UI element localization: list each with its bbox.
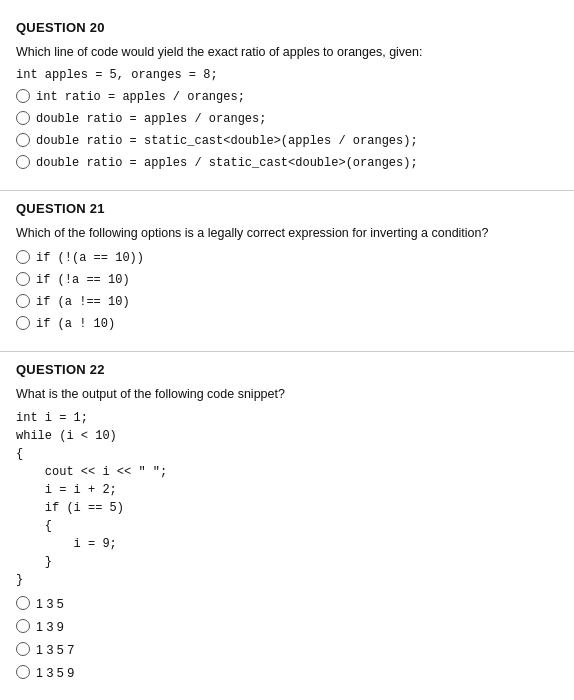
question-22-code: int i = 1; while (i < 10) { cout << i <<… — [16, 409, 558, 589]
question-20-options: int ratio = apples / oranges; double rat… — [16, 88, 558, 172]
question-22-title: QUESTION 22 — [16, 362, 558, 377]
radio-20-3[interactable] — [16, 133, 30, 147]
page: QUESTION 20 Which line of code would yie… — [0, 0, 574, 700]
question-21-text: Which of the following options is a lega… — [16, 224, 558, 243]
question-20-block: QUESTION 20 Which line of code would yie… — [0, 10, 574, 191]
option-21-3[interactable]: if (a !== 10) — [16, 293, 558, 311]
option-22-3-text: 1 3 5 7 — [36, 641, 74, 660]
question-21-options: if (!(a == 10)) if (!a == 10) if (a !== … — [16, 249, 558, 333]
radio-22-4[interactable] — [16, 665, 30, 679]
option-22-2[interactable]: 1 3 9 — [16, 618, 558, 637]
radio-22-2[interactable] — [16, 619, 30, 633]
option-20-4-text: double ratio = apples / static_cast<doub… — [36, 154, 418, 172]
radio-21-2[interactable] — [16, 272, 30, 286]
question-22-block: QUESTION 22 What is the output of the fo… — [0, 352, 574, 701]
option-22-4[interactable]: 1 3 5 9 — [16, 664, 558, 683]
option-22-3[interactable]: 1 3 5 7 — [16, 641, 558, 660]
question-22-text: What is the output of the following code… — [16, 385, 558, 404]
question-22-options: 1 3 5 1 3 9 1 3 5 7 1 3 5 9 — [16, 595, 558, 682]
option-22-1[interactable]: 1 3 5 — [16, 595, 558, 614]
option-20-2-text: double ratio = apples / oranges; — [36, 110, 266, 128]
option-21-2-text: if (!a == 10) — [36, 271, 130, 289]
radio-20-1[interactable] — [16, 89, 30, 103]
question-20-setup: int apples = 5, oranges = 8; — [16, 68, 558, 82]
option-20-4[interactable]: double ratio = apples / static_cast<doub… — [16, 154, 558, 172]
option-21-4[interactable]: if (a ! 10) — [16, 315, 558, 333]
option-20-1[interactable]: int ratio = apples / oranges; — [16, 88, 558, 106]
option-22-4-text: 1 3 5 9 — [36, 664, 74, 683]
radio-20-2[interactable] — [16, 111, 30, 125]
option-21-4-text: if (a ! 10) — [36, 315, 115, 333]
radio-20-4[interactable] — [16, 155, 30, 169]
option-21-3-text: if (a !== 10) — [36, 293, 130, 311]
radio-21-1[interactable] — [16, 250, 30, 264]
option-20-2[interactable]: double ratio = apples / oranges; — [16, 110, 558, 128]
radio-21-4[interactable] — [16, 316, 30, 330]
option-21-1[interactable]: if (!(a == 10)) — [16, 249, 558, 267]
option-22-2-text: 1 3 9 — [36, 618, 64, 637]
question-20-text: Which line of code would yield the exact… — [16, 43, 558, 62]
option-20-3[interactable]: double ratio = static_cast<double>(apple… — [16, 132, 558, 150]
question-21-block: QUESTION 21 Which of the following optio… — [0, 191, 574, 352]
radio-21-3[interactable] — [16, 294, 30, 308]
option-20-3-text: double ratio = static_cast<double>(apple… — [36, 132, 418, 150]
option-21-2[interactable]: if (!a == 10) — [16, 271, 558, 289]
option-21-1-text: if (!(a == 10)) — [36, 249, 144, 267]
question-21-title: QUESTION 21 — [16, 201, 558, 216]
question-20-title: QUESTION 20 — [16, 20, 558, 35]
option-22-1-text: 1 3 5 — [36, 595, 64, 614]
radio-22-1[interactable] — [16, 596, 30, 610]
option-20-1-text: int ratio = apples / oranges; — [36, 88, 245, 106]
radio-22-3[interactable] — [16, 642, 30, 656]
